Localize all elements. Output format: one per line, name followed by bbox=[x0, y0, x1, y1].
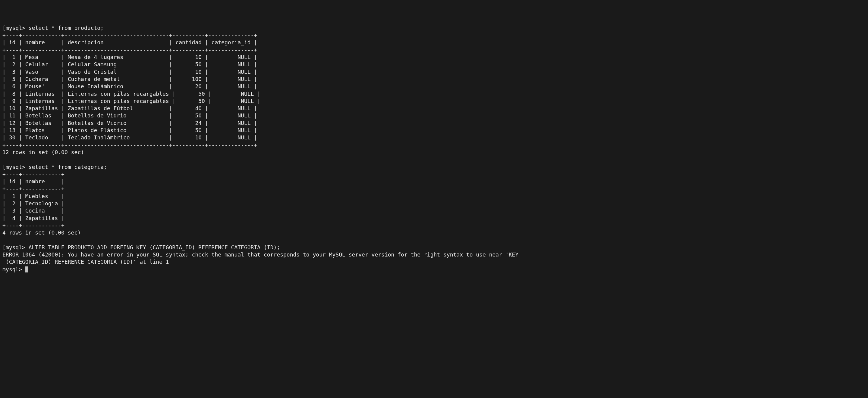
cursor bbox=[25, 266, 28, 272]
terminal-output[interactable]: [mysql> select * from producto; +----+--… bbox=[2, 24, 866, 273]
